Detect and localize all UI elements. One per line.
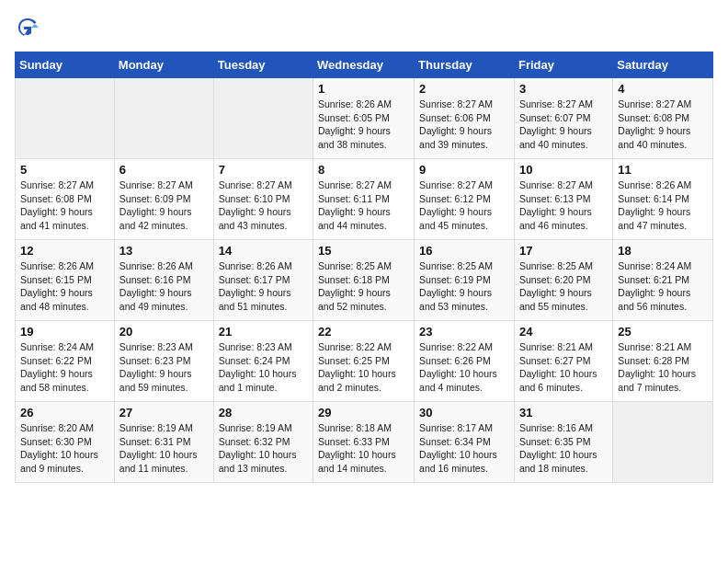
- weekday-header: Wednesday: [313, 52, 415, 78]
- day-info: Sunrise: 8:27 AM Sunset: 6:13 PM Dayligh…: [519, 178, 608, 233]
- calendar-cell: 20Sunrise: 8:23 AM Sunset: 6:23 PM Dayli…: [114, 321, 213, 402]
- day-number: 18: [618, 244, 708, 258]
- calendar-cell: 18Sunrise: 8:24 AM Sunset: 6:21 PM Dayli…: [613, 240, 713, 321]
- day-info: Sunrise: 8:24 AM Sunset: 6:21 PM Dayligh…: [618, 259, 708, 314]
- day-info: Sunrise: 8:20 AM Sunset: 6:30 PM Dayligh…: [20, 421, 109, 476]
- day-info: Sunrise: 8:27 AM Sunset: 6:07 PM Dayligh…: [519, 98, 608, 152]
- day-number: 19: [20, 325, 109, 339]
- calendar-cell: 2Sunrise: 8:27 AM Sunset: 6:06 PM Daylig…: [415, 78, 515, 159]
- day-number: 25: [618, 325, 708, 339]
- day-info: Sunrise: 8:27 AM Sunset: 6:08 PM Dayligh…: [618, 98, 708, 152]
- day-info: Sunrise: 8:22 AM Sunset: 6:26 PM Dayligh…: [419, 340, 509, 395]
- day-info: Sunrise: 8:27 AM Sunset: 6:09 PM Dayligh…: [119, 178, 209, 233]
- day-number: 5: [20, 163, 109, 177]
- calendar-cell: [16, 78, 115, 159]
- calendar-cell: 25Sunrise: 8:21 AM Sunset: 6:28 PM Dayli…: [613, 321, 713, 402]
- day-info: Sunrise: 8:25 AM Sunset: 6:18 PM Dayligh…: [318, 259, 409, 314]
- day-info: Sunrise: 8:19 AM Sunset: 6:31 PM Dayligh…: [119, 421, 209, 476]
- day-number: 8: [318, 163, 409, 177]
- calendar-cell: [114, 78, 213, 159]
- day-number: 13: [119, 244, 209, 258]
- calendar-cell: 27Sunrise: 8:19 AM Sunset: 6:31 PM Dayli…: [114, 402, 213, 483]
- day-number: 12: [20, 244, 109, 258]
- day-info: Sunrise: 8:23 AM Sunset: 6:23 PM Dayligh…: [119, 340, 209, 395]
- day-info: Sunrise: 8:25 AM Sunset: 6:19 PM Dayligh…: [419, 259, 509, 314]
- day-number: 9: [419, 163, 509, 177]
- calendar-cell: 10Sunrise: 8:27 AM Sunset: 6:13 PM Dayli…: [514, 159, 612, 240]
- day-number: 14: [219, 244, 308, 258]
- weekday-header: Sunday: [16, 52, 115, 78]
- day-number: 21: [219, 325, 308, 339]
- day-number: 1: [318, 82, 409, 96]
- day-info: Sunrise: 8:16 AM Sunset: 6:35 PM Dayligh…: [519, 421, 608, 476]
- day-number: 7: [219, 163, 308, 177]
- day-number: 10: [519, 163, 608, 177]
- day-info: Sunrise: 8:26 AM Sunset: 6:15 PM Dayligh…: [20, 259, 109, 314]
- calendar-cell: 30Sunrise: 8:17 AM Sunset: 6:34 PM Dayli…: [415, 402, 515, 483]
- day-info: Sunrise: 8:18 AM Sunset: 6:33 PM Dayligh…: [318, 421, 409, 476]
- calendar-cell: 14Sunrise: 8:26 AM Sunset: 6:17 PM Dayli…: [213, 240, 313, 321]
- day-number: 16: [419, 244, 509, 258]
- calendar-cell: 28Sunrise: 8:19 AM Sunset: 6:32 PM Dayli…: [213, 402, 313, 483]
- day-info: Sunrise: 8:19 AM Sunset: 6:32 PM Dayligh…: [219, 421, 308, 476]
- day-info: Sunrise: 8:27 AM Sunset: 6:06 PM Dayligh…: [419, 98, 509, 152]
- day-number: 28: [219, 406, 308, 419]
- calendar-week-row: 1Sunrise: 8:26 AM Sunset: 6:05 PM Daylig…: [16, 78, 713, 159]
- day-info: Sunrise: 8:25 AM Sunset: 6:20 PM Dayligh…: [519, 259, 608, 314]
- weekday-header: Thursday: [415, 52, 515, 78]
- calendar-cell: 12Sunrise: 8:26 AM Sunset: 6:15 PM Dayli…: [16, 240, 115, 321]
- calendar-cell: 23Sunrise: 8:22 AM Sunset: 6:26 PM Dayli…: [415, 321, 515, 402]
- day-info: Sunrise: 8:26 AM Sunset: 6:05 PM Dayligh…: [318, 98, 409, 152]
- day-info: Sunrise: 8:27 AM Sunset: 6:10 PM Dayligh…: [219, 178, 308, 233]
- day-number: 17: [519, 244, 608, 258]
- weekday-header: Tuesday: [213, 52, 313, 78]
- day-info: Sunrise: 8:24 AM Sunset: 6:22 PM Dayligh…: [20, 340, 109, 395]
- calendar-cell: 31Sunrise: 8:16 AM Sunset: 6:35 PM Dayli…: [514, 402, 612, 483]
- day-info: Sunrise: 8:26 AM Sunset: 6:16 PM Dayligh…: [119, 259, 209, 314]
- calendar-cell: 6Sunrise: 8:27 AM Sunset: 6:09 PM Daylig…: [114, 159, 213, 240]
- calendar-cell: [613, 402, 713, 483]
- weekday-header: Saturday: [613, 52, 713, 78]
- day-number: 4: [618, 82, 708, 96]
- day-number: 6: [119, 163, 209, 177]
- day-info: Sunrise: 8:27 AM Sunset: 6:11 PM Dayligh…: [318, 178, 409, 233]
- day-info: Sunrise: 8:17 AM Sunset: 6:34 PM Dayligh…: [419, 421, 509, 476]
- logo-icon: [15, 15, 40, 40]
- calendar-cell: 29Sunrise: 8:18 AM Sunset: 6:33 PM Dayli…: [313, 402, 415, 483]
- calendar-week-row: 5Sunrise: 8:27 AM Sunset: 6:08 PM Daylig…: [16, 159, 713, 240]
- day-number: 20: [119, 325, 209, 339]
- day-number: 29: [318, 406, 409, 419]
- calendar-cell: 3Sunrise: 8:27 AM Sunset: 6:07 PM Daylig…: [514, 78, 612, 159]
- day-info: Sunrise: 8:23 AM Sunset: 6:24 PM Dayligh…: [219, 340, 308, 395]
- calendar-cell: 1Sunrise: 8:26 AM Sunset: 6:05 PM Daylig…: [313, 78, 415, 159]
- day-info: Sunrise: 8:26 AM Sunset: 6:14 PM Dayligh…: [618, 178, 708, 233]
- calendar-week-row: 19Sunrise: 8:24 AM Sunset: 6:22 PM Dayli…: [16, 321, 713, 402]
- calendar-cell: 7Sunrise: 8:27 AM Sunset: 6:10 PM Daylig…: [213, 159, 313, 240]
- calendar-cell: 24Sunrise: 8:21 AM Sunset: 6:27 PM Dayli…: [514, 321, 612, 402]
- calendar-cell: 15Sunrise: 8:25 AM Sunset: 6:18 PM Dayli…: [313, 240, 415, 321]
- calendar-cell: 16Sunrise: 8:25 AM Sunset: 6:19 PM Dayli…: [415, 240, 515, 321]
- day-info: Sunrise: 8:27 AM Sunset: 6:12 PM Dayligh…: [419, 178, 509, 233]
- day-number: 22: [318, 325, 409, 339]
- day-info: Sunrise: 8:21 AM Sunset: 6:28 PM Dayligh…: [618, 340, 708, 395]
- weekday-header: Monday: [114, 52, 213, 78]
- logo: [15, 15, 44, 40]
- calendar-cell: 9Sunrise: 8:27 AM Sunset: 6:12 PM Daylig…: [415, 159, 515, 240]
- calendar-week-row: 26Sunrise: 8:20 AM Sunset: 6:30 PM Dayli…: [16, 402, 713, 483]
- day-number: 15: [318, 244, 409, 258]
- day-number: 2: [419, 82, 509, 96]
- calendar-cell: 11Sunrise: 8:26 AM Sunset: 6:14 PM Dayli…: [613, 159, 713, 240]
- calendar-cell: 5Sunrise: 8:27 AM Sunset: 6:08 PM Daylig…: [16, 159, 115, 240]
- calendar-cell: 22Sunrise: 8:22 AM Sunset: 6:25 PM Dayli…: [313, 321, 415, 402]
- calendar-cell: 13Sunrise: 8:26 AM Sunset: 6:16 PM Dayli…: [114, 240, 213, 321]
- calendar-week-row: 12Sunrise: 8:26 AM Sunset: 6:15 PM Dayli…: [16, 240, 713, 321]
- calendar-cell: 4Sunrise: 8:27 AM Sunset: 6:08 PM Daylig…: [613, 78, 713, 159]
- calendar-header: SundayMondayTuesdayWednesdayThursdayFrid…: [16, 52, 713, 78]
- day-number: 24: [519, 325, 608, 339]
- day-number: 11: [618, 163, 708, 177]
- page-header: [15, 15, 713, 40]
- calendar-cell: 8Sunrise: 8:27 AM Sunset: 6:11 PM Daylig…: [313, 159, 415, 240]
- day-number: 31: [519, 406, 608, 419]
- day-number: 23: [419, 325, 509, 339]
- day-info: Sunrise: 8:21 AM Sunset: 6:27 PM Dayligh…: [519, 340, 608, 395]
